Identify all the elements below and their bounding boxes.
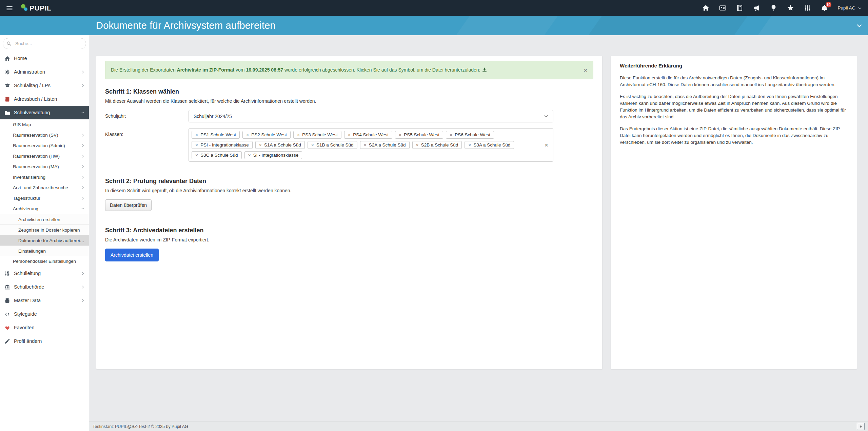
klassen-tag[interactable]: ×PS5 Schule West bbox=[395, 131, 443, 139]
remove-tag-icon[interactable]: × bbox=[450, 133, 452, 137]
remove-tag-icon[interactable]: × bbox=[297, 133, 300, 137]
sidebar-item-arzt-und-zahnarztbesuche[interactable]: Arzt- und Zahnarztbesuche bbox=[0, 182, 89, 193]
header-decoration bbox=[739, 16, 868, 35]
sidebar-item-label: Arzt- und Zahnarztbesuche bbox=[13, 185, 68, 190]
sidebar-item-schulbehörde[interactable]: Schulbehörde bbox=[0, 280, 89, 294]
tag-label: PS4 Schule West bbox=[353, 132, 389, 137]
klassen-tag[interactable]: ×PS3 Schule West bbox=[293, 131, 341, 139]
daten-ueberpruefen-button[interactable]: Daten überprüfen bbox=[105, 199, 152, 211]
sidebar-item-schulalltag-lps[interactable]: Schulalltag / LPs bbox=[0, 79, 89, 92]
remove-tag-icon[interactable]: × bbox=[195, 133, 198, 137]
remove-tag-icon[interactable]: × bbox=[259, 143, 262, 148]
search-icon bbox=[6, 41, 12, 46]
home-icon bbox=[4, 56, 10, 61]
remove-tag-icon[interactable]: × bbox=[364, 143, 367, 148]
lightbulb-icon[interactable] bbox=[770, 4, 777, 12]
sidebar-item-dokumente-für-archiv-aufbereiten[interactable]: Dokumente für Archiv aufbereiten bbox=[0, 235, 89, 246]
notification-badge: 19 bbox=[826, 2, 832, 7]
sidebar-item-archivlisten-erstellen[interactable]: Archivlisten erstellen bbox=[0, 214, 89, 224]
remove-tag-icon[interactable]: × bbox=[246, 133, 249, 137]
remove-tag-icon[interactable]: × bbox=[311, 143, 314, 148]
sidebar-item-profil-ändern[interactable]: Profil ändern bbox=[0, 334, 89, 348]
download-icon[interactable] bbox=[482, 67, 487, 73]
klassen-multiselect[interactable]: ×PS1 Schule West×PS2 Schule West×PS3 Sch… bbox=[189, 128, 553, 162]
sidebar-item-schulleitung[interactable]: Schulleitung bbox=[0, 267, 89, 280]
sidebar-item-label: Profil ändern bbox=[14, 338, 42, 344]
schuljahr-label: Schuljahr: bbox=[105, 110, 189, 119]
sidebar-item-favoriten[interactable]: Favoriten bbox=[0, 321, 89, 334]
tag-label: PS3 Schule West bbox=[302, 132, 338, 137]
equalizer-icon[interactable] bbox=[804, 4, 811, 12]
chevron-down-icon bbox=[544, 114, 548, 118]
brand-logo[interactable]: PUPIL bbox=[21, 4, 51, 12]
klassen-tag[interactable]: ×S3A a Schule Süd bbox=[465, 141, 514, 149]
schuljahr-select[interactable]: Schuljahr 2024/25 bbox=[189, 110, 553, 122]
klassen-tag[interactable]: ×S2A a Schule Süd bbox=[360, 141, 410, 149]
archivdatei-erstellen-button[interactable]: Archivdatei erstellen bbox=[105, 249, 159, 261]
sidebar-item-master-data[interactable]: Master Data bbox=[0, 294, 89, 307]
clear-selection-icon[interactable] bbox=[540, 141, 553, 149]
sidebar-item-adressbuch-listen[interactable]: Adressbuch / Listen bbox=[0, 92, 89, 106]
tag-label: SI - Integrationsklasse bbox=[253, 153, 299, 158]
tag-label: PS6 Schule West bbox=[455, 132, 490, 137]
id-card-icon[interactable] bbox=[719, 4, 726, 12]
journal-icon[interactable] bbox=[736, 4, 743, 12]
klassen-tag[interactable]: ×PS2 Schule West bbox=[242, 131, 291, 139]
menu-toggle-icon[interactable] bbox=[6, 5, 13, 12]
close-icon[interactable] bbox=[577, 66, 588, 74]
account-label: Pupil AG bbox=[837, 5, 855, 11]
remove-tag-icon[interactable]: × bbox=[248, 153, 251, 158]
sidebar-item-einstellungen[interactable]: Einstellungen bbox=[0, 246, 89, 256]
sidebar-item-personendossier-einstellungen[interactable]: Personendossier Einstellungen bbox=[0, 256, 89, 267]
klassen-tag[interactable]: ×SI - Integrationsklasse bbox=[244, 151, 302, 159]
sidebar-item-styleguide[interactable]: Styleguide bbox=[0, 307, 89, 321]
klassen-tag[interactable]: ×PS1 Schule West bbox=[192, 131, 240, 139]
tag-label: PS1 Schule West bbox=[200, 132, 236, 137]
sidebar-item-gis-map[interactable]: GIS Map bbox=[0, 119, 89, 130]
tag-label: S3A a Schule Süd bbox=[474, 142, 511, 148]
klassen-tag[interactable]: ×S1B a Schule Süd bbox=[308, 141, 357, 149]
chevron-right-icon bbox=[81, 285, 85, 289]
collapse-header-icon[interactable] bbox=[856, 22, 863, 29]
scroll-top-button[interactable] bbox=[857, 423, 865, 430]
klassen-tag[interactable]: ×S3C a Schule Süd bbox=[192, 151, 242, 159]
chevron-right-icon bbox=[81, 299, 85, 302]
home-icon[interactable] bbox=[702, 4, 709, 12]
sidebar-item-label: Inventarisierung bbox=[13, 175, 45, 180]
remove-tag-icon[interactable]: × bbox=[399, 133, 401, 137]
address-book-icon bbox=[4, 96, 10, 102]
bell-icon[interactable]: 19 bbox=[821, 4, 828, 12]
search-input[interactable] bbox=[3, 38, 86, 49]
sidebar-item-label: Styleguide bbox=[14, 311, 37, 317]
klassen-tag[interactable]: ×S1A a Schule Süd bbox=[255, 141, 305, 149]
chevron-right-icon bbox=[81, 186, 85, 190]
account-menu[interactable]: Pupil AG bbox=[837, 5, 862, 11]
page-header: Dokumente für Archivsystem aufbereiten bbox=[0, 16, 868, 35]
sidebar-item-zeugnisse-in-dossier-kopieren[interactable]: Zeugnisse in Dossier kopieren bbox=[0, 224, 89, 235]
chevron-right-icon bbox=[81, 154, 85, 158]
sidebar-item-raumreservation-hw[interactable]: Raumreservation (HW) bbox=[0, 151, 89, 161]
sidebar-item-tagesstruktur[interactable]: Tagesstruktur bbox=[0, 193, 89, 203]
sidebar-item-administration[interactable]: Administration bbox=[0, 65, 89, 79]
sidebar-item-raumreservation-ma[interactable]: Raumreservation (MA) bbox=[0, 161, 89, 172]
remove-tag-icon[interactable]: × bbox=[195, 143, 198, 148]
megaphone-icon[interactable] bbox=[753, 4, 760, 12]
sidebar-item-label: Schulalltag / LPs bbox=[14, 83, 51, 88]
klassen-tag[interactable]: ×PSI - Integrationsklasse bbox=[192, 141, 253, 149]
star-icon[interactable] bbox=[787, 4, 794, 12]
klassen-tag[interactable]: ×S2B a Schule Süd bbox=[412, 141, 462, 149]
remove-tag-icon[interactable]: × bbox=[348, 133, 351, 137]
step2-description: In diesem Schritt wird geprüft, ob die A… bbox=[105, 188, 593, 193]
sidebar-item-schulverwaltung[interactable]: Schulverwaltung bbox=[0, 106, 89, 119]
database-icon bbox=[4, 298, 10, 303]
remove-tag-icon[interactable]: × bbox=[416, 143, 419, 148]
sidebar-item-inventarisierung[interactable]: Inventarisierung bbox=[0, 172, 89, 182]
remove-tag-icon[interactable]: × bbox=[468, 143, 471, 148]
sidebar-item-archivierung[interactable]: Archivierung bbox=[0, 203, 89, 214]
klassen-tag[interactable]: ×PS4 Schule West bbox=[344, 131, 392, 139]
klassen-tag[interactable]: ×PS6 Schule West bbox=[446, 131, 494, 139]
sidebar-item-raumreservation-sv[interactable]: Raumreservation (SV) bbox=[0, 130, 89, 140]
sidebar-item-raumreservation-admin[interactable]: Raumreservation (Admin) bbox=[0, 140, 89, 151]
sidebar-item-home[interactable]: Home bbox=[0, 52, 89, 65]
remove-tag-icon[interactable]: × bbox=[195, 153, 198, 158]
